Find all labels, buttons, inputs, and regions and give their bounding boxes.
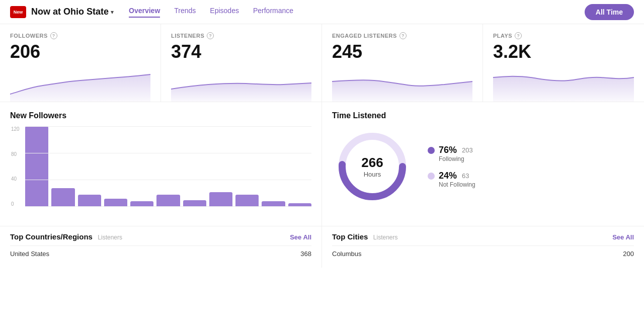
new-followers-title: New Followers	[10, 111, 311, 120]
cities-card: Top Cities Listeners See All Columbus 20…	[322, 226, 644, 268]
country-count-us: 368	[300, 250, 311, 258]
time-content: 266 Hours 76% 203 Following 24%	[332, 126, 634, 207]
followers-value: 206	[10, 41, 150, 62]
legend-following: 76% 203 Following	[428, 145, 475, 162]
not-following-pct: 24%	[439, 171, 457, 181]
metric-listeners: LISTENERS ? 374	[161, 24, 322, 102]
new-followers-section: New Followers 120 80 40 0	[0, 102, 322, 226]
bar-0	[25, 126, 48, 207]
country-row-us: United States 368	[10, 245, 311, 262]
bar-8	[235, 195, 259, 207]
bar-4	[130, 201, 153, 207]
not-following-dot	[428, 173, 435, 180]
header: New Now at Ohio State ▾ Overview Trends …	[0, 0, 644, 24]
legend-not-following: 24% 63 Not Following	[428, 171, 475, 188]
listeners-label: LISTENERS ?	[171, 32, 311, 39]
following-count: 203	[462, 146, 473, 154]
cities-title: Top Cities	[332, 232, 368, 241]
listeners-sparkline	[171, 66, 311, 102]
plays-label: PLAYS ?	[493, 32, 634, 39]
donut-chart: 266 Hours	[332, 126, 413, 207]
title-dropdown-arrow[interactable]: ▾	[111, 9, 114, 16]
country-name-us: United States	[10, 250, 49, 258]
y-label-0: 0	[11, 201, 20, 207]
y-label-80: 80	[11, 151, 20, 157]
donut-number: 266	[361, 155, 383, 171]
engaged-help-icon[interactable]: ?	[399, 32, 407, 39]
app-title: Now at Ohio State	[31, 7, 109, 17]
bar-9	[262, 201, 285, 207]
bar-chart-inner	[10, 126, 311, 207]
tab-trends[interactable]: Trends	[174, 7, 196, 18]
countries-see-all[interactable]: See All	[290, 233, 311, 241]
engaged-sparkline	[332, 66, 472, 102]
metric-plays: PLAYS ? 3.2K	[483, 24, 644, 102]
tab-performance[interactable]: Performance	[253, 7, 293, 18]
city-count-columbus: 200	[623, 250, 634, 258]
following-name: Following	[439, 155, 475, 162]
cities-header: Top Cities Listeners See All	[332, 232, 634, 241]
cities-title-group: Top Cities Listeners	[332, 232, 398, 241]
bar-2	[78, 195, 101, 207]
engaged-label: ENGAGED LISTENERS ?	[332, 32, 472, 39]
engaged-value: 245	[332, 41, 472, 62]
legend-following-top: 76% 203	[428, 145, 475, 155]
tab-overview[interactable]: Overview	[129, 7, 160, 18]
plays-help-icon[interactable]: ?	[515, 32, 522, 39]
tab-episodes[interactable]: Episodes	[210, 7, 239, 18]
bar-7	[209, 192, 232, 207]
followers-label: FOLLOWERS ?	[10, 32, 150, 39]
time-listened-title: Time Listened	[332, 111, 634, 120]
city-row-columbus: Columbus 200	[332, 245, 634, 262]
countries-title: Top Countries/Regions	[10, 232, 93, 241]
donut-unit: Hours	[361, 171, 383, 178]
plays-sparkline	[493, 66, 634, 102]
countries-card: Top Countries/Regions Listeners See All …	[0, 226, 322, 268]
time-legend: 76% 203 Following 24% 63 Not Following	[428, 145, 475, 188]
listeners-value: 374	[171, 41, 311, 62]
metric-engaged: ENGAGED LISTENERS ? 245	[322, 24, 483, 102]
bar-5	[156, 195, 180, 207]
following-dot	[428, 147, 435, 154]
following-pct: 76%	[439, 145, 457, 155]
bar-10	[288, 203, 311, 207]
y-label-40: 40	[11, 176, 20, 182]
not-following-name: Not Following	[439, 181, 475, 188]
y-label-120: 120	[11, 126, 20, 132]
listeners-help-icon[interactable]: ?	[207, 32, 214, 39]
followers-sparkline	[10, 66, 150, 102]
bottom-section: New Followers 120 80 40 0 Time Listened	[0, 102, 644, 226]
all-time-button[interactable]: All Time	[585, 4, 634, 20]
geo-section: Top Countries/Regions Listeners See All …	[0, 226, 644, 268]
time-listened-section: Time Listened 266 Hours	[322, 102, 644, 226]
cities-sub: Listeners	[373, 234, 398, 241]
metrics-row: FOLLOWERS ? 206 LISTENERS ? 374	[0, 24, 644, 102]
header-right: All Time	[585, 4, 634, 20]
bar-6	[183, 200, 206, 207]
followers-help-icon[interactable]: ?	[50, 32, 57, 39]
logo-badge: New	[10, 6, 26, 18]
countries-header: Top Countries/Regions Listeners See All	[10, 232, 311, 241]
donut-label: 266 Hours	[361, 155, 383, 178]
bar-3	[104, 199, 127, 207]
bar-chart: 120 80 40 0	[10, 126, 311, 217]
nav-tabs: Overview Trends Episodes Performance	[129, 7, 293, 18]
cities-see-all[interactable]: See All	[612, 233, 634, 241]
metric-followers: FOLLOWERS ? 206	[0, 24, 161, 102]
bar-1	[51, 188, 74, 207]
logo-text: New	[14, 10, 23, 15]
countries-sub: Listeners	[98, 234, 122, 241]
legend-not-following-top: 24% 63	[428, 171, 475, 181]
countries-title-group: Top Countries/Regions Listeners	[10, 232, 122, 241]
not-following-count: 63	[462, 172, 469, 180]
plays-value: 3.2K	[493, 41, 634, 62]
city-name-columbus: Columbus	[332, 250, 362, 258]
